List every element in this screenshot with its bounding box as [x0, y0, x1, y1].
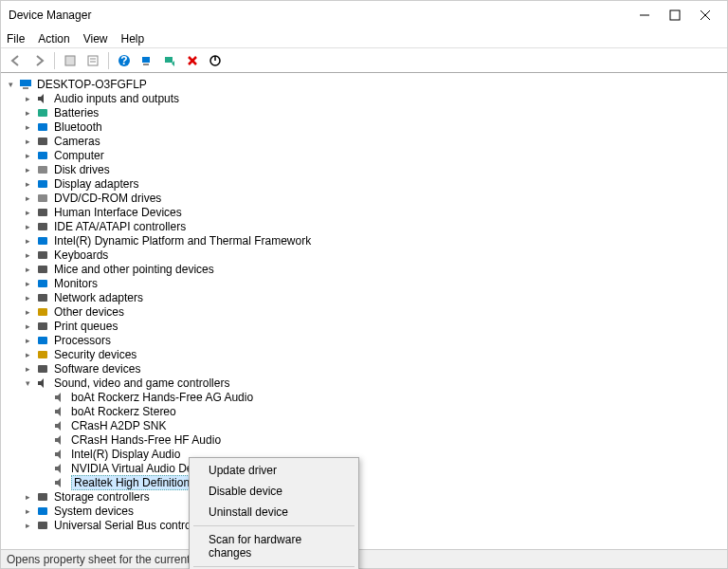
tree-root[interactable]: ▾DESKTOP-O3FGFLP: [1, 77, 727, 91]
tree-category[interactable]: ▸Batteries: [1, 105, 727, 119]
expander-icon[interactable]: ▸: [22, 178, 33, 190]
category-label: Bluetooth: [54, 120, 102, 134]
tree-category-expanded[interactable]: ▾Sound, video and game controllers: [1, 376, 727, 390]
expander-icon[interactable]: ▸: [22, 306, 33, 318]
expander-icon[interactable]: ▸: [22, 136, 33, 147]
device-icon: [35, 320, 50, 333]
tree-category[interactable]: ▸Storage controllers: [1, 489, 727, 504]
context-disable-device[interactable]: Disable device: [191, 481, 356, 502]
expander-icon[interactable]: ▸: [22, 107, 33, 119]
tree-category[interactable]: ▸Computer: [1, 148, 727, 162]
expander-icon[interactable]: ▸: [22, 193, 33, 204]
expander-icon[interactable]: ▸: [22, 363, 33, 375]
tree-device[interactable]: boAt Rockerz Hands-Free AG Audio: [1, 390, 727, 404]
device-label: CRasH Hands-Free HF Audio: [71, 433, 221, 447]
tree-category[interactable]: ▸Other devices: [1, 304, 727, 319]
expander-icon[interactable]: ▸: [22, 235, 33, 247]
menu-help[interactable]: Help: [121, 32, 145, 46]
back-button[interactable]: [7, 51, 26, 70]
tree-device[interactable]: boAt Rockerz Stereo: [1, 404, 727, 418]
properties-toolbar-button[interactable]: [83, 51, 102, 70]
tree-category[interactable]: ▸Display adapters: [1, 176, 727, 191]
show-hidden-button[interactable]: [61, 51, 80, 70]
expander-icon[interactable]: ▸: [22, 264, 33, 275]
tree-category[interactable]: ▸Security devices: [1, 347, 727, 361]
expander-icon[interactable]: ▸: [22, 349, 33, 360]
tree-category[interactable]: ▸Network adapters: [1, 290, 727, 304]
expander-icon[interactable]: ▸: [22, 278, 33, 289]
device-icon: [35, 305, 50, 319]
tree-category[interactable]: ▸DVD/CD-ROM drives: [1, 191, 727, 205]
expander-icon[interactable]: ▸: [22, 164, 33, 175]
forward-button[interactable]: [29, 51, 48, 70]
category-label: Network adapters: [54, 291, 143, 304]
expander-icon[interactable]: ▸: [22, 150, 33, 161]
device-tree[interactable]: ▾DESKTOP-O3FGFLP▸Audio inputs and output…: [1, 73, 727, 549]
tree-category[interactable]: ▸Intel(R) Dynamic Platform and Thermal F…: [1, 233, 727, 248]
tree-category[interactable]: ▸Processors: [1, 333, 727, 347]
svg-rect-34: [38, 337, 47, 344]
toolbar-separator: [108, 52, 109, 69]
expander-icon[interactable]: ▸: [22, 321, 33, 332]
help-button[interactable]: ?: [115, 51, 134, 70]
expander-icon[interactable]: ▸: [22, 292, 33, 303]
expander-icon[interactable]: ▸: [22, 520, 33, 531]
tree-category[interactable]: ▸System devices: [1, 504, 727, 518]
update-driver-button[interactable]: [160, 51, 179, 70]
svg-rect-31: [38, 294, 47, 302]
tree-device[interactable]: Intel(R) Display Audio: [1, 447, 727, 461]
expander-icon[interactable]: ▸: [22, 335, 33, 346]
svg-rect-33: [38, 322, 47, 330]
expander-spacer: [39, 434, 50, 446]
expander-icon[interactable]: ▾: [5, 79, 16, 90]
device-label: CRasH A2DP SNK: [71, 419, 166, 432]
tree-category[interactable]: ▸Keyboards: [1, 248, 727, 262]
tree-category[interactable]: ▸Disk drives: [1, 162, 727, 176]
tree-category[interactable]: ▸Monitors: [1, 276, 727, 290]
close-button[interactable]: [699, 9, 712, 22]
svg-rect-10: [142, 57, 150, 63]
minimize-button[interactable]: [638, 9, 651, 22]
tree-device[interactable]: Realtek High Definition Audio: [1, 475, 727, 489]
menu-file[interactable]: File: [7, 32, 25, 46]
category-label: Display adapters: [54, 177, 138, 191]
uninstall-button[interactable]: [183, 51, 202, 70]
tree-category[interactable]: ▸Cameras: [1, 134, 727, 148]
device-icon: [35, 348, 50, 361]
expander-spacer: [39, 420, 50, 431]
expander-icon[interactable]: ▸: [22, 121, 33, 133]
category-label: Sound, video and game controllers: [54, 376, 229, 390]
expander-icon[interactable]: ▸: [22, 249, 33, 261]
context-update-driver[interactable]: Update driver: [191, 460, 356, 481]
expander-icon[interactable]: ▸: [22, 491, 33, 503]
category-label: Cameras: [54, 135, 100, 148]
tree-category[interactable]: ▸Mice and other pointing devices: [1, 262, 727, 276]
speaker-icon: [52, 405, 67, 418]
tree-category[interactable]: ▸Print queues: [1, 319, 727, 333]
tree-category[interactable]: ▸Human Interface Devices: [1, 205, 727, 219]
menu-view[interactable]: View: [83, 32, 108, 46]
tree-category[interactable]: ▸Universal Serial Bus controllers: [1, 518, 727, 532]
context-uninstall-device[interactable]: Uninstall device: [191, 502, 356, 523]
tree-category[interactable]: ▸Software devices: [1, 361, 727, 376]
maximize-button[interactable]: [668, 9, 682, 22]
tree-device[interactable]: CRasH A2DP SNK: [1, 418, 727, 432]
scan-button[interactable]: [137, 51, 156, 70]
tree-category[interactable]: ▸IDE ATA/ATAPI controllers: [1, 219, 727, 233]
context-menu: Update driver Disable device Uninstall d…: [189, 457, 359, 569]
svg-rect-36: [38, 365, 47, 373]
expander-icon[interactable]: ▾: [22, 377, 33, 389]
tree-category[interactable]: ▸Bluetooth: [1, 119, 727, 134]
tree-category[interactable]: ▸Audio inputs and outputs: [1, 91, 727, 105]
category-label: Batteries: [54, 106, 99, 119]
expander-icon[interactable]: ▸: [22, 221, 33, 232]
tree-device[interactable]: NVIDIA Virtual Audio Device (Wave Extens…: [1, 461, 727, 475]
tree-device[interactable]: CRasH Hands-Free HF Audio: [1, 432, 727, 447]
disable-button[interactable]: [206, 51, 225, 70]
svg-rect-4: [65, 56, 75, 65]
expander-icon[interactable]: ▸: [22, 93, 33, 104]
expander-icon[interactable]: ▸: [22, 505, 33, 517]
menu-action[interactable]: Action: [38, 32, 69, 46]
context-scan-hardware[interactable]: Scan for hardware changes: [191, 529, 356, 563]
expander-icon[interactable]: ▸: [22, 207, 33, 218]
